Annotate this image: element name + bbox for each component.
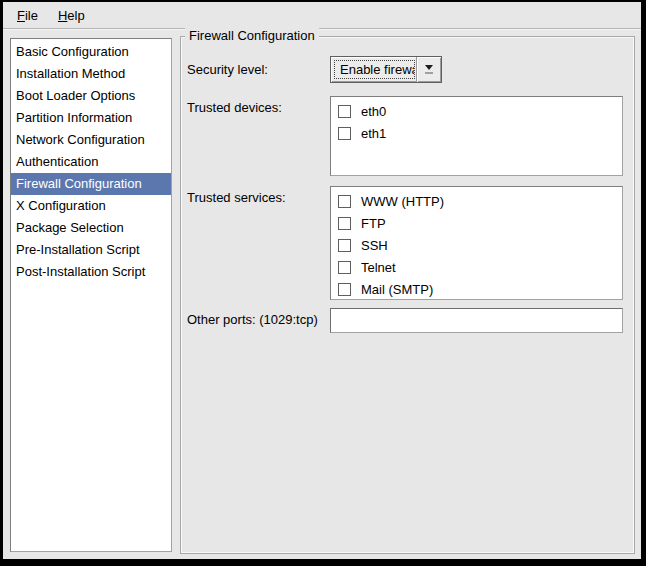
- mail-smtp-checkbox[interactable]: [338, 283, 351, 296]
- mail-smtp-label: Mail (SMTP): [361, 282, 433, 297]
- service-row-telnet[interactable]: Telnet: [331, 256, 622, 278]
- eth1-label: eth1: [361, 126, 386, 141]
- sidebar-item-basic-configuration[interactable]: Basic Configuration: [11, 41, 171, 63]
- section-list: Basic Configuration Installation Method …: [10, 38, 172, 552]
- menu-file[interactable]: File: [11, 5, 44, 26]
- service-row-mail-smtp[interactable]: Mail (SMTP): [331, 278, 622, 300]
- other-ports-label: Other ports: (1029:tcp): [187, 308, 330, 327]
- trusted-services-row: Trusted services: WWW (HTTP) FTP SSH Tel…: [187, 186, 623, 300]
- sidebar-item-firewall-configuration[interactable]: Firewall Configuration: [11, 173, 171, 195]
- security-level-label: Security level:: [187, 62, 330, 77]
- sidebar-item-installation-method[interactable]: Installation Method: [11, 63, 171, 85]
- menu-help[interactable]: Help: [52, 5, 91, 26]
- eth1-checkbox[interactable]: [338, 127, 351, 140]
- sidebar-item-boot-loader-options[interactable]: Boot Loader Options: [11, 85, 171, 107]
- other-ports-input[interactable]: [330, 308, 623, 333]
- frame-title: Firewall Configuration: [185, 28, 319, 43]
- dropdown-arrow-zone: [416, 57, 441, 82]
- menu-bar: File Help: [3, 2, 641, 29]
- www-http-checkbox[interactable]: [338, 195, 351, 208]
- chevron-down-icon: [425, 65, 433, 70]
- telnet-label: Telnet: [361, 260, 396, 275]
- trusted-services-label: Trusted services:: [187, 186, 330, 205]
- firewall-configuration-frame: Firewall Configuration Security level: E…: [180, 36, 635, 554]
- ssh-label: SSH: [361, 238, 388, 253]
- device-row-eth0[interactable]: eth0: [331, 100, 622, 122]
- ssh-checkbox[interactable]: [338, 239, 351, 252]
- trusted-services-list: WWW (HTTP) FTP SSH Telnet Mail (SMTP): [330, 186, 623, 300]
- other-ports-row: Other ports: (1029:tcp): [187, 308, 623, 333]
- security-level-value: Enable firewall: [334, 60, 415, 79]
- sidebar-item-post-installation-script[interactable]: Post-Installation Script: [11, 261, 171, 283]
- sidebar-item-partition-information[interactable]: Partition Information: [11, 107, 171, 129]
- device-row-eth1[interactable]: eth1: [331, 122, 622, 144]
- trusted-devices-label: Trusted devices:: [187, 96, 330, 115]
- sidebar-item-x-configuration[interactable]: X Configuration: [11, 195, 171, 217]
- dropdown-arrow-bar: [425, 72, 433, 74]
- security-level-row: Security level: Enable firewall: [187, 56, 623, 83]
- trusted-devices-list: eth0 eth1: [330, 96, 623, 176]
- trusted-devices-row: Trusted devices: eth0 eth1: [187, 96, 623, 176]
- sidebar-item-network-configuration[interactable]: Network Configuration: [11, 129, 171, 151]
- www-http-label: WWW (HTTP): [361, 194, 444, 209]
- eth0-label: eth0: [361, 104, 386, 119]
- sidebar-item-package-selection[interactable]: Package Selection: [11, 217, 171, 239]
- service-row-www-http[interactable]: WWW (HTTP): [331, 190, 622, 212]
- ftp-label: FTP: [361, 216, 386, 231]
- service-row-ssh[interactable]: SSH: [331, 234, 622, 256]
- service-row-ftp[interactable]: FTP: [331, 212, 622, 234]
- telnet-checkbox[interactable]: [338, 261, 351, 274]
- kickstart-configurator-window: File Help Basic Configuration Installati…: [0, 0, 646, 566]
- ftp-checkbox[interactable]: [338, 217, 351, 230]
- sidebar-item-pre-installation-script[interactable]: Pre-Installation Script: [11, 239, 171, 261]
- security-level-dropdown[interactable]: Enable firewall: [330, 56, 442, 83]
- sidebar-item-authentication[interactable]: Authentication: [11, 151, 171, 173]
- eth0-checkbox[interactable]: [338, 105, 351, 118]
